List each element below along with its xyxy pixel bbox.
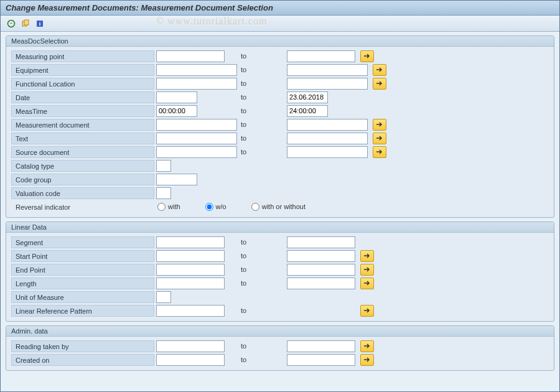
label-unit-of-measure: Unit of Measure [11,291,154,303]
reversal-without-radio[interactable] [205,203,213,211]
meastime-to-input[interactable] [287,105,328,117]
meastime-from-input[interactable] [156,105,197,117]
functional-location-from-input[interactable] [156,78,237,90]
label-meastime: MeasTime [11,105,154,117]
label-reversal-indicator: Reversal indicator [11,201,154,213]
content-area: MeasDocSelection Measuring point to Equi… [1,32,559,378]
reversal-with-option[interactable]: with [157,203,180,211]
label-linear-ref-pattern: Linear Reference Pattern [11,305,154,317]
group-header-meas: MeasDocSelection [6,36,554,47]
arrow-right-icon [376,121,383,128]
group-header-linear: Linear Data [6,222,554,233]
row-start-point: Start Point to [11,249,549,263]
group-linear-data: Linear Data Segment to Start Point to En… [6,222,554,322]
row-equipment: Equipment to [11,63,549,77]
arrow-right-icon [363,253,371,259]
source-document-from-input[interactable] [156,146,237,158]
source-document-to-input[interactable] [287,146,368,158]
label-created-on: Created on [11,354,154,366]
length-from-input[interactable] [156,278,225,289]
reading-taken-by-multi-button[interactable] [360,340,374,352]
label-start-point: Start Point [11,250,154,262]
measurement-document-multi-button[interactable] [373,119,386,131]
start-point-to-input[interactable] [287,250,355,262]
to-label: to [237,66,287,73]
length-multi-button[interactable] [360,278,374,289]
row-functional-location: Functional Location to [11,77,549,90]
row-linear-ref-pattern: Linear Reference Pattern to [11,304,549,317]
end-point-from-input[interactable] [156,264,225,276]
reversal-withorwithout-radio[interactable] [251,203,259,211]
measurement-document-to-input[interactable] [287,119,368,131]
created-on-multi-button[interactable] [360,354,374,366]
date-to-input[interactable] [287,91,328,103]
text-to-input[interactable] [287,133,368,144]
arrow-right-icon [376,135,383,141]
linear-ref-pattern-multi-button[interactable] [360,305,374,317]
label-length: Length [11,278,154,289]
label-measuring-point: Measuring point [11,50,154,62]
catalog-type-input[interactable] [156,160,171,172]
reversal-without-label: w/o [216,203,226,210]
to-label: to [225,307,287,314]
equipment-multi-button[interactable] [373,64,386,76]
reversal-without-option[interactable]: w/o [205,203,226,211]
to-label: to [225,252,287,259]
reading-taken-by-from-input[interactable] [156,340,225,352]
functional-location-multi-button[interactable] [373,78,386,90]
to-label: to [225,356,287,363]
row-meastime: MeasTime to [11,104,549,118]
equipment-from-input[interactable] [156,64,237,76]
segment-from-input[interactable] [156,236,225,248]
reversal-with-radio[interactable] [157,203,166,211]
row-length: Length to [11,276,549,290]
arrow-right-icon [363,280,371,286]
source-document-multi-button[interactable] [373,146,386,158]
arrow-right-icon [363,343,371,349]
get-variant-button[interactable] [20,18,31,29]
info-button[interactable]: i [34,18,45,29]
measuring-point-from-input[interactable] [156,50,225,62]
row-created-on: Created on to [11,353,549,366]
reversal-radio-group: with w/o with or without [156,203,306,211]
to-label: to [197,107,287,114]
toolbar: i © www.tutorialkart.com [1,16,559,32]
equipment-to-input[interactable] [287,64,368,76]
end-point-multi-button[interactable] [360,264,374,276]
functional-location-to-input[interactable] [287,78,368,90]
to-label: to [225,342,287,350]
reversal-with-label: with [168,203,180,210]
arrow-right-icon [363,307,371,314]
segment-to-input[interactable] [287,236,355,248]
group-measdocselection: MeasDocSelection Measuring point to Equi… [6,35,554,218]
reversal-withorwithout-option[interactable]: with or without [251,203,306,211]
label-equipment: Equipment [11,64,154,76]
length-to-input[interactable] [287,278,355,289]
label-segment: Segment [11,236,154,248]
start-point-from-input[interactable] [156,250,225,262]
to-label: to [237,121,287,128]
label-functional-location: Functional Location [11,78,154,90]
created-on-to-input[interactable] [287,354,355,366]
date-from-input[interactable] [156,91,197,103]
measuring-point-to-input[interactable] [287,50,355,62]
label-catalog-type: Catalog type [11,160,154,172]
label-text: Text [11,133,154,144]
valuation-code-input[interactable] [156,187,171,199]
reversal-withorwithout-label: with or without [262,203,306,210]
label-end-point: End Point [11,264,154,276]
reading-taken-by-to-input[interactable] [287,340,355,352]
text-multi-button[interactable] [373,133,386,144]
unit-of-measure-input[interactable] [156,291,171,303]
measuring-point-multi-button[interactable] [360,50,374,62]
start-point-multi-button[interactable] [360,250,374,262]
watermark: © www.tutorialkart.com [156,16,267,27]
linear-ref-pattern-from-input[interactable] [156,305,225,317]
text-from-input[interactable] [156,133,237,144]
created-on-from-input[interactable] [156,354,225,366]
measurement-document-from-input[interactable] [156,119,237,131]
code-group-input[interactable] [156,174,197,185]
arrow-right-icon [363,53,371,59]
execute-button[interactable] [6,18,17,29]
end-point-to-input[interactable] [287,264,355,276]
